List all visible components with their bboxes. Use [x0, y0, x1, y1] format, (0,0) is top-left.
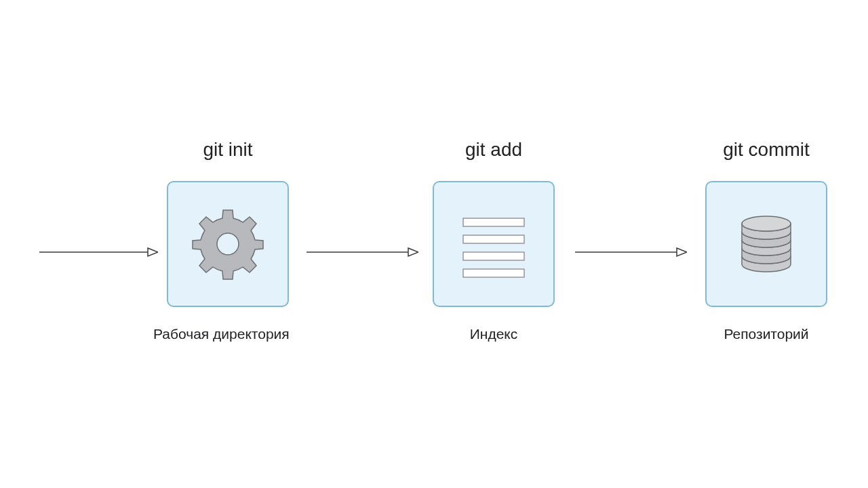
database-icon	[726, 203, 807, 285]
arrow-to-index	[307, 244, 418, 263]
cmd-git-init: git init	[167, 139, 289, 161]
list-icon	[453, 203, 534, 285]
cmd-git-commit: git commit	[705, 139, 827, 161]
svg-rect-8	[463, 269, 524, 277]
card-index	[433, 181, 555, 307]
arrow-to-working-dir	[39, 244, 158, 263]
svg-marker-1	[148, 248, 158, 256]
svg-rect-7	[463, 252, 524, 260]
label-repository: Репозиторий	[705, 326, 827, 342]
svg-point-11	[742, 216, 791, 231]
label-working-directory: Рабочая директория	[153, 326, 289, 342]
card-repository	[705, 181, 827, 307]
svg-marker-10	[677, 248, 687, 256]
stage-repository: git commit Репозиторий	[705, 139, 827, 342]
label-index: Индекс	[433, 326, 555, 342]
stage-index: git add Индекс	[433, 139, 555, 342]
stage-working-directory: git init Рабочая директория	[167, 139, 289, 342]
git-workflow-diagram: git init Рабочая директория git add	[0, 0, 868, 488]
cmd-git-add: git add	[433, 139, 555, 161]
svg-rect-6	[463, 235, 524, 243]
svg-point-2	[217, 233, 239, 255]
svg-rect-5	[463, 218, 524, 226]
card-working-directory	[167, 181, 289, 307]
arrow-to-repository	[575, 244, 687, 263]
gear-icon	[187, 203, 269, 285]
svg-marker-4	[408, 248, 418, 256]
